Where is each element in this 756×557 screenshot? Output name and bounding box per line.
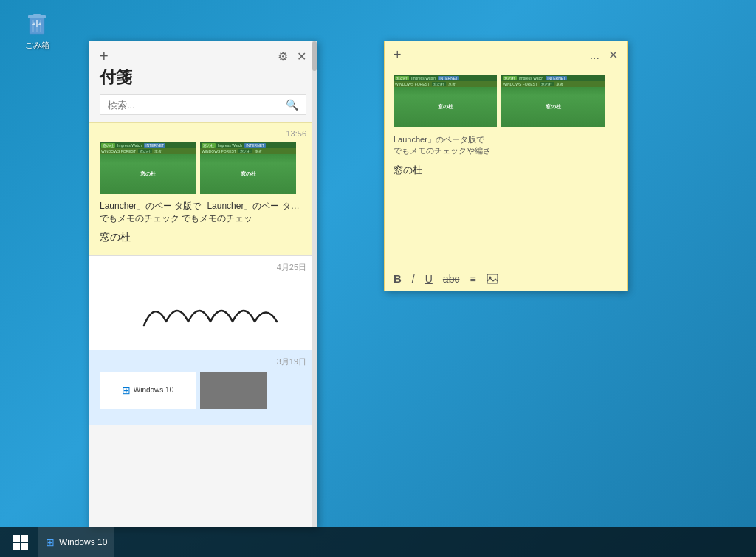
start-button[interactable] [6,527,35,557]
note-time-3: 3月19日 [100,356,306,367]
editor-text-lines: Launcher」のベータ版で でもメモのチェックや編さ [385,133,627,159]
note-image-thumb-3: ⊞ Windows 10 [100,372,196,409]
list-button[interactable]: ≡ [470,273,475,285]
italic-separator: / [412,273,415,285]
note-card-1[interactable]: 13:56 窓の杜 Impress Watch INTERNET WINDOWS… [89,122,317,255]
taskbar: ⊞ Windows 10 [0,527,756,557]
note-card-3[interactable]: 3月19日 ⊞ Windows 10 ... [89,350,317,425]
sketch-drawing [100,277,306,336]
list-titlebar-right: ⚙ ✕ [278,49,306,63]
search-input[interactable] [108,100,286,111]
note-editor-panel: + ... ✕ 窓の杜 Impress Watch INTERNET WINDO… [384,41,628,291]
search-icon: 🔍 [286,99,298,111]
note-content-1: 窓の杜 [100,231,306,244]
taskbar-windows-app[interactable]: ⊞ Windows 10 [38,527,114,557]
editor-text-line1: Launcher」のベータ版で [394,134,618,145]
editor-add-button[interactable]: + [394,47,402,63]
note-images-1: 窓の杜 Impress Watch INTERNET WINDOWS FORES… [100,142,306,194]
editor-images: 窓の杜 Impress Watch INTERNET WINDOWS FORES… [385,69,627,133]
windows-app-logo: ⊞ [46,536,55,548]
note-time-2: 4月25日 [100,262,306,273]
underline-button[interactable]: U [425,273,433,285]
editor-more-icon[interactable]: ... [590,49,599,62]
note-image-thumb-3b: ... [200,372,267,409]
recycle-bin-icon [22,7,52,37]
scroll-thumb[interactable] [312,41,317,71]
search-bar[interactable]: 🔍 [100,94,306,115]
editor-image-thumb-1: 窓の杜 Impress Watch INTERNET WINDOWS FORES… [394,75,497,127]
list-panel-title: 付箋 [89,66,317,94]
list-settings-icon[interactable]: ⚙ [278,49,288,63]
sticky-notes-list-panel: + ⚙ ✕ 付箋 🔍 13:56 窓の杜 Impress Watch [89,41,317,527]
editor-toolbar: B / U abc ≡ [385,266,627,291]
svg-rect-6 [487,274,498,283]
editor-titlebar: + ... ✕ [385,41,627,69]
editor-text-line2: でもメモのチェックや編さ [394,145,618,156]
list-add-button[interactable]: + [100,49,109,63]
bold-button[interactable]: B [394,272,402,285]
taskbar-app-label: Windows 10 [59,537,107,547]
strikethrough-button[interactable]: abc [443,273,460,285]
svg-rect-2 [33,14,41,16]
list-titlebar: + ⚙ ✕ [89,41,317,63]
editor-close-icon[interactable]: ✕ [608,48,618,62]
note-text-line1: Launcher」のベー タ版でLauncher」のベー タ版で [100,200,306,212]
recycle-bin-label: ごみ箱 [25,40,49,51]
note-images-3: ⊞ Windows 10 ... [100,372,306,409]
note-image-thumb-1a: 窓の杜 Impress Watch INTERNET WINDOWS FORES… [100,142,196,194]
editor-body[interactable]: 窓の杜 [385,159,627,266]
editor-image-thumb-2: 窓の杜 Impress Watch INTERNET WINDOWS FORES… [501,75,605,127]
note-image-thumb-1b: 窓の杜 Impress Watch INTERNET WINDOWS FORES… [200,142,296,194]
editor-titlebar-right: ... ✕ [590,48,618,62]
desktop-recycle-bin[interactable]: ごみ箱 [15,7,59,51]
note-text-line2: でもメモのチェック でもメモのチェッ [100,212,306,225]
editor-body-text: 窓の杜 [394,165,422,176]
image-button[interactable] [487,274,498,284]
note-time-1: 13:56 [100,129,306,138]
list-close-icon[interactable]: ✕ [297,49,306,63]
scrollbar[interactable] [312,41,317,527]
note-card-2[interactable]: 4月25日 [89,255,317,350]
windows-logo-icon [13,535,28,550]
notes-list: 13:56 窓の杜 Impress Watch INTERNET WINDOWS… [89,122,317,527]
